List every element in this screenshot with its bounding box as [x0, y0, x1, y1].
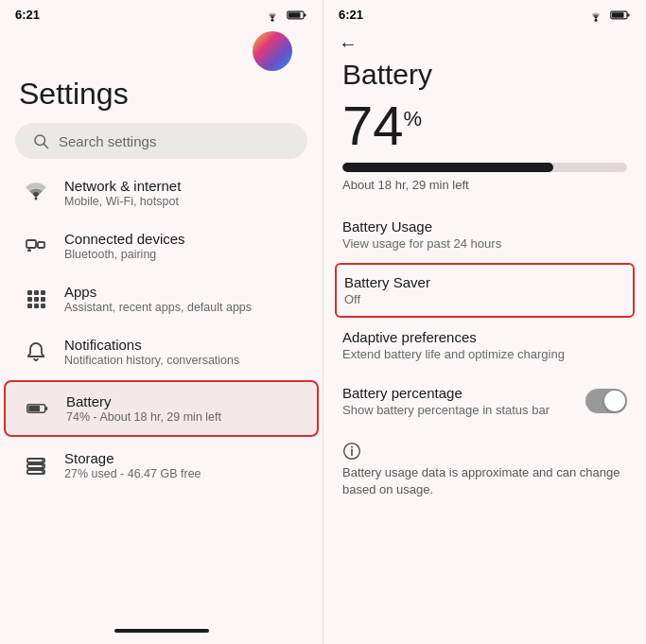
right-status-icons — [587, 9, 631, 22]
search-placeholder-text: Search settings — [59, 133, 156, 149]
storage-title: Storage — [64, 450, 201, 466]
left-panel: 6:21 Settings Search setti — [0, 0, 323, 644]
svg-line-9 — [36, 244, 38, 245]
svg-rect-33 — [612, 12, 624, 18]
settings-list: Network & internet Mobile, Wi-Fi, hotspo… — [0, 166, 323, 621]
battery-saver-title: Battery Saver — [344, 274, 625, 290]
right-item-battery-percentage[interactable]: Battery percentage Show battery percenta… — [342, 374, 627, 428]
network-subtitle: Mobile, Wi-Fi, hotspot — [64, 195, 181, 208]
storage-text: Storage 27% used - 46.47 GB free — [64, 450, 201, 480]
svg-rect-2 — [304, 13, 306, 16]
right-item-battery-usage[interactable]: Battery Usage View usage for past 24 hou… — [342, 207, 627, 263]
apps-subtitle: Assistant, recent apps, default apps — [64, 301, 252, 314]
svg-point-36 — [351, 446, 353, 448]
storage-icon — [23, 454, 49, 477]
battery-usage-title: Battery Usage — [342, 218, 627, 235]
svg-rect-32 — [627, 13, 629, 16]
battery-status-icon — [287, 9, 307, 21]
svg-rect-18 — [27, 304, 32, 308]
storage-subtitle: 27% used - 46.47 GB free — [64, 467, 201, 480]
left-header — [0, 26, 323, 71]
back-button[interactable]: ← — [323, 26, 646, 59]
svg-rect-19 — [34, 304, 39, 308]
svg-rect-20 — [41, 304, 45, 308]
right-item-battery-saver[interactable]: Battery Saver Off — [335, 263, 635, 318]
svg-rect-7 — [26, 240, 36, 248]
left-page-title: Settings — [0, 71, 323, 123]
battery-percentage-subtitle: Show battery percentage in status bar — [342, 403, 550, 417]
svg-rect-8 — [38, 242, 44, 248]
right-content: Battery 74% About 18 hr, 29 min left Bat… — [323, 59, 646, 644]
notifications-title: Notifications — [64, 337, 239, 353]
left-status-bar: 6:21 — [0, 0, 323, 26]
network-text: Network & internet Mobile, Wi-Fi, hotspo… — [64, 178, 181, 208]
notifications-text: Notifications Notification history, conv… — [64, 337, 239, 367]
svg-point-28 — [42, 465, 44, 467]
left-status-icons — [264, 9, 307, 22]
settings-item-connected[interactable]: Connected devices Bluetooth, pairing — [4, 219, 319, 272]
battery-percentage-display: 74% — [342, 98, 627, 153]
battery-percent-value: 74 — [342, 95, 404, 156]
info-text: Battery usage data is approximate and ca… — [342, 464, 627, 498]
right-item-adaptive[interactable]: Adaptive preferences Extend battery life… — [342, 318, 627, 374]
notifications-subtitle: Notification history, conversations — [64, 354, 239, 367]
toggle-knob — [604, 391, 625, 411]
info-section: Battery usage data is approximate and ca… — [342, 428, 627, 506]
avatar[interactable] — [253, 31, 292, 71]
svg-rect-17 — [41, 297, 45, 302]
battery-bar-fill — [342, 163, 553, 172]
wifi-status-icon — [264, 9, 281, 22]
settings-item-storage[interactable]: Storage 27% used - 46.47 GB free — [4, 439, 319, 492]
battery-icon — [25, 397, 51, 420]
apps-icon — [23, 287, 49, 310]
settings-item-battery[interactable]: Battery 74% - About 18 hr, 29 min left — [4, 380, 319, 437]
battery-saver-subtitle: Off — [344, 292, 625, 306]
battery-usage-subtitle: View usage for past 24 hours — [342, 236, 627, 251]
svg-rect-16 — [34, 297, 39, 302]
right-panel: 6:21 ← Battery 74% About 18 — [323, 0, 646, 644]
svg-point-30 — [595, 18, 598, 21]
battery-bar — [342, 163, 627, 172]
settings-item-notifications[interactable]: Notifications Notification history, conv… — [4, 325, 319, 378]
adaptive-subtitle: Extend battery life and optimize chargin… — [342, 347, 627, 361]
battery-time-left: About 18 hr, 29 min left — [342, 178, 627, 192]
bottom-nav-bar — [114, 629, 209, 633]
battery-title: Battery — [66, 393, 221, 409]
connected-subtitle: Bluetooth, pairing — [64, 248, 185, 261]
battery-percent-sign: % — [404, 107, 423, 131]
svg-point-29 — [42, 471, 44, 473]
svg-point-27 — [42, 460, 44, 461]
connected-devices-icon — [23, 235, 49, 257]
network-icon — [23, 182, 49, 204]
battery-subtitle: 74% - About 18 hr, 29 min left — [66, 410, 221, 424]
notifications-icon — [23, 340, 49, 363]
network-title: Network & internet — [64, 178, 181, 194]
info-icon — [342, 442, 627, 461]
svg-rect-15 — [27, 297, 32, 302]
right-time: 6:21 — [339, 8, 363, 22]
svg-rect-14 — [41, 290, 45, 295]
svg-rect-22 — [45, 407, 48, 409]
battery-percentage-title: Battery percentage — [342, 385, 550, 401]
right-status-bar: 6:21 — [323, 0, 646, 26]
battery-percentage-toggle-text: Battery percentage Show battery percenta… — [342, 385, 550, 417]
svg-rect-3 — [288, 12, 301, 18]
right-battery-icon — [610, 9, 631, 21]
connected-text: Connected devices Bluetooth, pairing — [64, 231, 185, 261]
battery-percentage-toggle[interactable] — [585, 389, 627, 413]
apps-text: Apps Assistant, recent apps, default app… — [64, 284, 252, 314]
connected-title: Connected devices — [64, 231, 185, 247]
svg-rect-12 — [27, 290, 32, 295]
left-time: 6:21 — [15, 8, 40, 22]
right-page-title: Battery — [342, 59, 627, 91]
search-bar[interactable]: Search settings — [15, 123, 307, 159]
settings-item-apps[interactable]: Apps Assistant, recent apps, default app… — [4, 272, 319, 325]
search-icon — [32, 132, 49, 149]
settings-item-network[interactable]: Network & internet Mobile, Wi-Fi, hotspo… — [4, 166, 319, 219]
svg-point-6 — [35, 198, 38, 200]
apps-title: Apps — [64, 284, 252, 300]
right-wifi-icon — [587, 9, 604, 22]
battery-text: Battery 74% - About 18 hr, 29 min left — [66, 393, 221, 424]
adaptive-title: Adaptive preferences — [342, 329, 627, 345]
svg-point-0 — [271, 18, 274, 21]
